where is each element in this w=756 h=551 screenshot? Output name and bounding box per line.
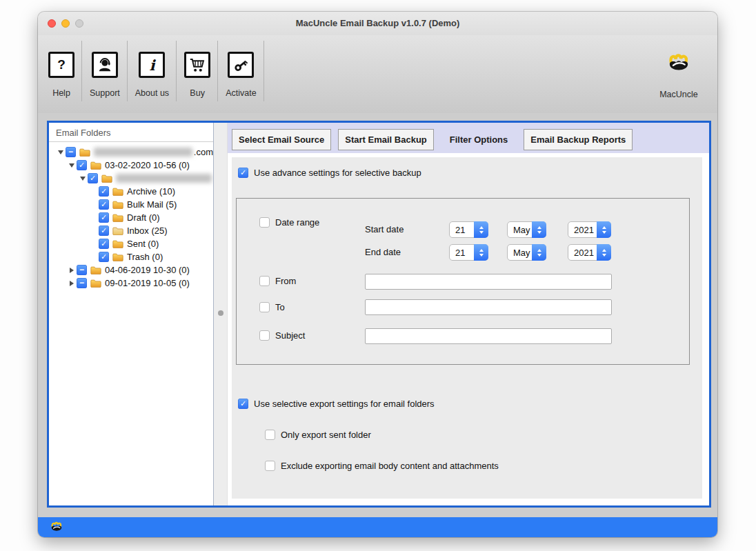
end-date-label: End date (365, 247, 401, 257)
only-export-sent-checkbox[interactable] (265, 430, 275, 440)
buy-button[interactable]: Buy (177, 35, 218, 113)
titlebar: MacUncle Email Backup v1.0.7 (Demo) (38, 12, 717, 35)
start-month-value: May (508, 225, 532, 235)
tree-item-label: Bulk Mail (5) (127, 199, 177, 210)
to-checkbox[interactable] (259, 302, 270, 312)
zoom-window-button[interactable] (75, 19, 83, 28)
date-range-row: Date range (259, 217, 319, 228)
support-agent-icon (92, 52, 118, 78)
support-label: Support (90, 88, 120, 98)
start-day-stepper[interactable]: 21 (449, 221, 488, 238)
info-icon: i (139, 52, 165, 78)
close-window-button[interactable] (48, 19, 56, 28)
tree-item-mailbox[interactable] (49, 172, 213, 185)
tree-item-backup-1[interactable]: 03-02-2020 10-56 (0) (49, 159, 213, 172)
to-label: To (275, 302, 285, 312)
filter-options-content: Use advance settings for selective backu… (232, 157, 702, 499)
end-day-value: 21 (450, 248, 474, 258)
tree-item-archive[interactable]: Archive (10) (49, 185, 213, 198)
email-folders-sidebar: Email Folders .com 03-02-2020 10-56 (0) (49, 123, 214, 505)
from-input[interactable] (365, 274, 612, 290)
only-export-sent-label: Only export sent folder (281, 430, 371, 440)
subject-input[interactable] (365, 328, 612, 344)
stepper-arrows-icon[interactable] (597, 244, 611, 261)
help-button[interactable]: ? Help (41, 35, 82, 113)
disclosure-down-icon[interactable] (67, 163, 77, 168)
splitter[interactable] (214, 123, 228, 505)
folder-checkbox[interactable] (99, 186, 109, 197)
folder-checkbox[interactable] (99, 226, 109, 236)
tab-bar: Select Email Source Start Email Backup F… (228, 123, 709, 153)
tree-item-trash[interactable]: Trash (0) (49, 250, 213, 263)
end-year-value: 2021 (568, 248, 597, 258)
stepper-arrows-icon[interactable] (474, 221, 488, 238)
start-month-stepper[interactable]: May (507, 221, 546, 238)
folder-checkbox[interactable] (99, 212, 109, 223)
tree-item-backup-3[interactable]: 09-01-2019 10-05 (0) (49, 277, 213, 290)
disclosure-right-icon[interactable] (67, 281, 77, 286)
tree-item-label: Trash (0) (127, 252, 163, 262)
folder-icon (90, 161, 101, 170)
tree-item-draft[interactable]: Draft (0) (49, 211, 213, 224)
about-us-button[interactable]: i About us (128, 35, 177, 113)
support-button[interactable]: Support (82, 35, 128, 113)
advance-settings-checkbox[interactable] (238, 168, 248, 178)
backup-panel: Select Email Source Start Email Backup F… (228, 123, 709, 505)
from-checkbox[interactable] (259, 276, 270, 286)
tree-item-label: Draft (0) (127, 212, 160, 223)
tree-item-label: 09-01-2019 10-05 (0) (105, 278, 190, 288)
disclosure-down-icon[interactable] (78, 177, 88, 181)
sidebar-header: Email Folders (49, 123, 213, 142)
folder-checkbox[interactable] (77, 160, 87, 170)
tab-filter-options[interactable]: Filter Options (441, 129, 517, 150)
folder-open-icon (112, 226, 123, 235)
folder-icon (112, 213, 123, 222)
tree-item-bulk-mail[interactable]: Bulk Mail (5) (49, 198, 213, 211)
tree-item-sent[interactable]: Sent (0) (49, 237, 213, 250)
activate-label: Activate (226, 88, 256, 98)
tab-start-email-backup[interactable]: Start Email Backup (338, 129, 434, 150)
to-input[interactable] (365, 299, 612, 315)
folder-icon (112, 187, 123, 196)
date-range-checkbox[interactable] (259, 217, 270, 228)
tab-select-email-source[interactable]: Select Email Source (232, 129, 331, 150)
tree-item-backup-2[interactable]: 04-06-2019 10-30 (0) (49, 263, 213, 277)
selective-export-checkbox[interactable] (238, 399, 248, 409)
folder-icon (101, 174, 112, 183)
folder-checkbox[interactable] (99, 199, 109, 210)
stepper-arrows-icon[interactable] (474, 244, 488, 261)
end-day-stepper[interactable]: 21 (449, 244, 488, 261)
tree-item-account[interactable]: .com (49, 146, 213, 159)
redacted-text (94, 148, 192, 157)
minimize-window-button[interactable] (61, 19, 70, 28)
stepper-arrows-icon[interactable] (532, 221, 546, 238)
folder-icon (90, 279, 101, 288)
disclosure-right-icon[interactable] (67, 268, 77, 273)
folder-checkbox[interactable] (77, 278, 87, 288)
activate-button[interactable]: Activate (218, 35, 263, 113)
key-icon (228, 52, 254, 78)
folder-checkbox[interactable] (88, 173, 98, 183)
subject-checkbox[interactable] (259, 330, 270, 341)
folder-checkbox[interactable] (99, 239, 109, 249)
window-title: MacUncle Email Backup v1.0.7 (Demo) (38, 12, 717, 35)
stepper-arrows-icon[interactable] (597, 221, 611, 238)
folder-icon (90, 266, 101, 274)
tab-email-backup-reports[interactable]: Email Backup Reports (524, 129, 633, 150)
disclosure-down-icon[interactable] (56, 150, 66, 154)
stepper-arrows-icon[interactable] (532, 244, 546, 261)
start-year-stepper[interactable]: 2021 (568, 221, 611, 238)
folder-checkbox[interactable] (77, 265, 87, 275)
exclude-body-checkbox[interactable] (265, 461, 275, 471)
traffic-lights (48, 19, 83, 28)
end-year-stepper[interactable]: 2021 (568, 244, 611, 261)
folder-tree: .com 03-02-2020 10-56 (0) (49, 142, 213, 290)
end-month-stepper[interactable]: May (507, 244, 546, 261)
tree-item-inbox[interactable]: Inbox (25) (49, 224, 213, 237)
folder-checkbox[interactable] (99, 252, 109, 262)
selective-export-label: Use selective export settings for email … (254, 399, 435, 409)
folder-checkbox[interactable] (66, 147, 76, 157)
splitter-handle[interactable] (218, 310, 223, 316)
exclude-body-label: Exclude exporting email body content and… (281, 461, 499, 471)
advance-settings-label: Use advance settings for selective backu… (254, 168, 421, 178)
